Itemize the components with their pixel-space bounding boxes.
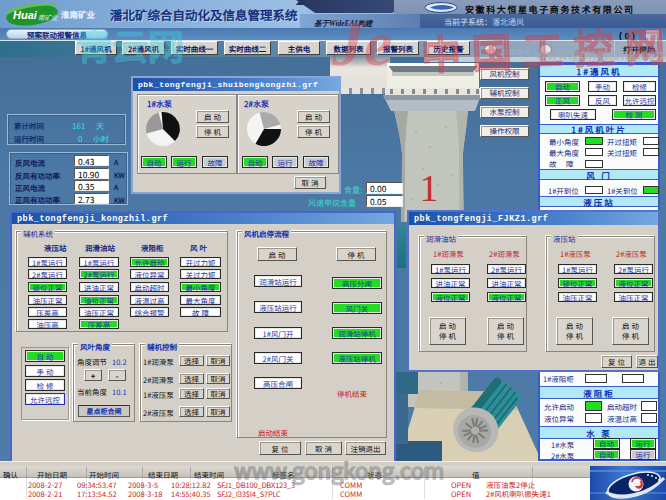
svg-text:Huai: Huai [13, 9, 38, 21]
svg-text:1: 1 [420, 167, 439, 209]
svg-text:淮南矿业: 淮南矿业 [61, 8, 96, 20]
svg-text:南矿业: 南矿业 [38, 12, 58, 22]
